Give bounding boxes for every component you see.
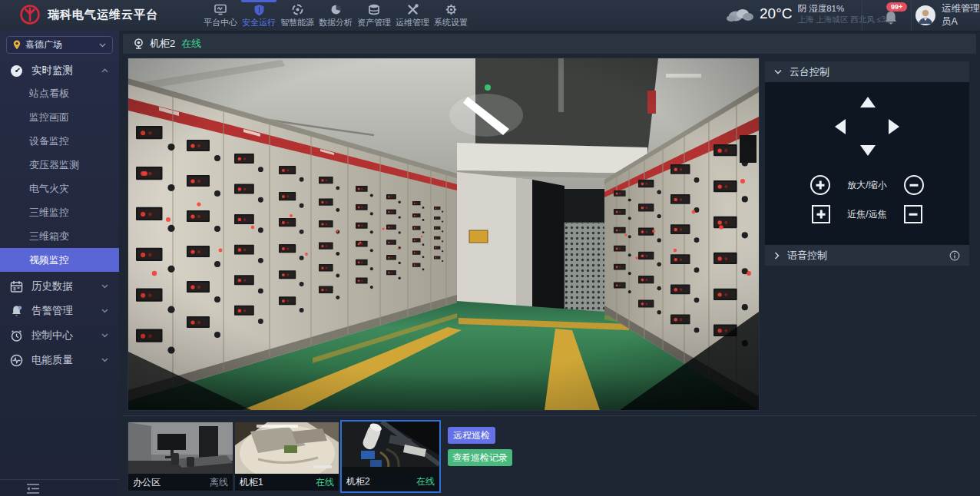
chevron-down-icon [774, 69, 782, 74]
calendar-icon [10, 280, 23, 293]
shield-icon [240, 4, 278, 16]
nav-smart-energy[interactable]: 智慧能源 [278, 0, 316, 31]
focus-label: 近焦/远焦 [843, 208, 892, 221]
tools-icon [393, 4, 432, 16]
sidebar-item-alarm-management[interactable]: 告警管理 [0, 301, 119, 321]
collapse-sidebar-icon[interactable] [26, 483, 40, 494]
sidebar-item-monitoring-view[interactable]: 监控画面 [0, 105, 119, 129]
sidebar-item-control-center[interactable]: 控制中心 [0, 326, 119, 346]
thumbnail-name: 机柜1 [240, 476, 263, 489]
temperature: 20°C [760, 5, 792, 22]
ptz-controls: 放大/缩小 近焦/远焦 [765, 82, 969, 245]
app-root: 瑞科电气运维云平台 平台中心 安全运行 智慧能源 [0, 0, 980, 496]
camera-thumbnail-cabinet2[interactable]: 机柜2 在线 [340, 420, 441, 493]
view-inspection-records-button[interactable]: 查看巡检记录 [448, 449, 512, 466]
video-frame-art [128, 58, 759, 410]
zoom-label: 放大/缩小 [843, 179, 892, 192]
nav-asset-management[interactable]: 资产管理 [355, 0, 393, 31]
sidebar-item-transformer-monitoring[interactable]: 变压器监测 [0, 153, 119, 177]
sidebar-item-3d-box-transformer[interactable]: 三维箱变 [0, 224, 119, 248]
chevron-down-icon [101, 284, 108, 289]
recycle-icon [278, 4, 316, 16]
bell-icon [883, 10, 899, 27]
top-header: 瑞科电气运维云平台 平台中心 安全运行 智慧能源 [0, 0, 980, 31]
remote-inspection-button[interactable]: 远程巡检 [448, 427, 495, 444]
sidebar-item-power-quality[interactable]: 电能质量 [0, 350, 119, 370]
logo-mark-icon [18, 3, 41, 26]
notifications[interactable]: 99+ [877, 0, 911, 31]
camera-thumbnail-office[interactable]: 办公区 离线 [127, 422, 233, 491]
site-selector[interactable]: 嘉德广场 [6, 36, 113, 54]
voice-panel-title: 语音控制 [787, 249, 942, 263]
pulse-circle-icon [10, 354, 23, 367]
ptz-panel-title: 云台控制 [790, 65, 960, 79]
ptz-down-button[interactable] [860, 145, 876, 156]
pie-chart-icon [316, 4, 355, 16]
weather-widget: 20°C 阴 湿度81% 上海 上海城区 西北风 ≤3级 [725, 3, 894, 25]
nav-safe-operation[interactable]: 安全运行 [240, 0, 278, 31]
avatar [915, 5, 935, 25]
sidebar-item-history-data[interactable]: 历史数据 [0, 276, 119, 296]
focus-far-button[interactable] [904, 205, 922, 223]
location-pin-icon [13, 40, 21, 50]
ptz-right-button[interactable] [889, 119, 899, 134]
thumbnail-status: 离线 [210, 476, 228, 489]
camera-title-bar: 机柜2 在线 [123, 34, 976, 54]
zoom-in-button[interactable] [810, 175, 830, 195]
gauge-icon [10, 64, 23, 78]
user-menu[interactable]: 运维管理员A [915, 0, 980, 31]
sidebar-item-video-monitoring[interactable]: 视频监控 [0, 248, 119, 272]
ptz-left-button[interactable] [835, 119, 846, 134]
sidebar-item-realtime-monitoring[interactable]: 实时监测 [0, 61, 119, 81]
video-feed[interactable] [127, 58, 760, 411]
thumbnail-status: 在线 [316, 476, 334, 489]
main-nav: 平台中心 安全运行 智慧能源 数据分析 [201, 0, 470, 31]
nav-system-settings[interactable]: 系统设置 [432, 0, 470, 31]
user-name: 运维管理员A [942, 2, 980, 28]
sidebar-item-device-monitoring[interactable]: 设备监控 [0, 129, 119, 153]
database-icon [355, 4, 393, 16]
sidebar-item-electrical-fire[interactable]: 电气火灾 [0, 177, 119, 200]
thumbnail-cabinet1-art [235, 422, 339, 474]
ptz-panel: 云台控制 放大/缩小 近焦/远焦 语音控制 [765, 61, 969, 266]
zoom-out-button[interactable] [904, 175, 924, 195]
bottom-divider [123, 415, 976, 416]
focus-near-button[interactable] [812, 205, 830, 223]
nav-platform-center[interactable]: 平台中心 [201, 0, 240, 31]
chevron-right-icon [774, 252, 780, 260]
chevron-down-icon [101, 358, 108, 362]
webcam-icon [134, 38, 144, 49]
cloud-icon [725, 5, 754, 23]
thumbnail-office-art [128, 422, 233, 474]
thumbnail-name: 机柜2 [346, 475, 370, 488]
sidebar: 嘉德广场 实时监测 站点看板 监控画面 设备监控 变压器监测 电气火灾 三维监控… [0, 31, 119, 496]
camera-thumbnail-cabinet1[interactable]: 机柜1 在线 [234, 422, 339, 491]
info-icon[interactable] [949, 250, 960, 261]
thumbnail-cabinet2-art [342, 422, 439, 473]
nav-ops-management[interactable]: 运维管理 [393, 0, 432, 31]
chevron-down-icon [101, 333, 108, 338]
chevron-down-icon [101, 309, 108, 313]
nav-data-analysis[interactable]: 数据分析 [316, 0, 355, 31]
header-divider [862, 0, 862, 31]
thumbnail-name: 办公区 [133, 476, 161, 489]
alarm-clock-icon [10, 329, 23, 342]
ptz-panel-header[interactable]: 云台控制 [765, 61, 969, 82]
camera-status: 在线 [181, 37, 201, 51]
monitor-icon [201, 4, 240, 16]
site-selector-value: 嘉德广场 [25, 38, 94, 51]
voice-panel-header[interactable]: 语音控制 [765, 245, 969, 266]
app-title: 瑞科电气运维云平台 [48, 8, 158, 22]
sidebar-divider [0, 479, 119, 480]
gear-icon [432, 4, 470, 16]
header-divider [911, 0, 912, 31]
camera-title: 机柜2 [150, 37, 175, 51]
sidebar-item-3d-monitoring[interactable]: 三维监控 [0, 200, 119, 224]
notification-badge: 99+ [886, 2, 907, 12]
alarm-bell-icon [10, 305, 23, 318]
ptz-up-button[interactable] [860, 97, 876, 107]
logo: 瑞科电气运维云平台 [18, 3, 158, 26]
sidebar-item-site-dashboard[interactable]: 站点看板 [0, 81, 119, 105]
chevron-down-icon [99, 43, 106, 48]
chevron-up-icon [101, 68, 108, 73]
